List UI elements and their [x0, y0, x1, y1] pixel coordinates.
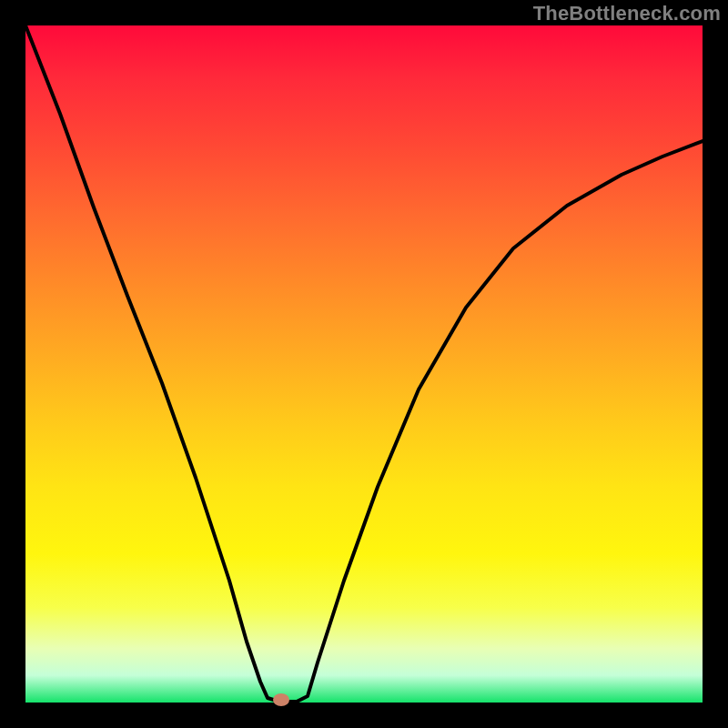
- optimum-marker: [273, 693, 289, 706]
- curve-path: [25, 25, 703, 702]
- bottleneck-curve: [25, 25, 703, 703]
- chart-plot-area: [25, 25, 703, 703]
- watermark-text: TheBottleneck.com: [533, 2, 721, 25]
